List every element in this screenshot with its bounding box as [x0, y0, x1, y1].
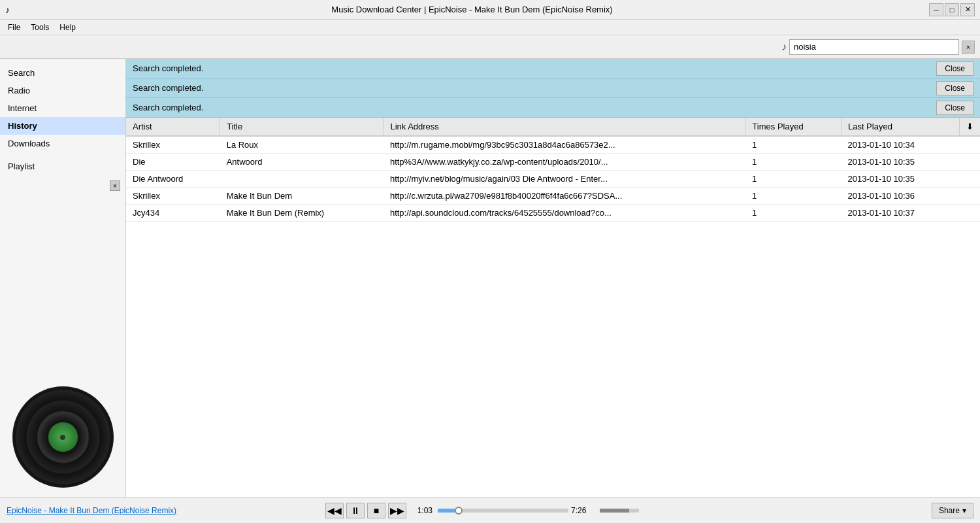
cell-last-played: 2013-01-10 10:36	[841, 188, 959, 205]
progress-container[interactable]	[438, 509, 568, 513]
sidebar-item-search[interactable]: Search	[0, 64, 125, 82]
table-row[interactable]: Die Antwoord http://myiv.net/blog/music/…	[126, 171, 980, 188]
vinyl-container	[0, 380, 125, 494]
table-row[interactable]: Die Antwoord http%3A//www.watkykjy.co.za…	[126, 154, 980, 171]
menu-file[interactable]: File	[3, 22, 25, 33]
share-label: Share	[939, 506, 960, 515]
cell-last-played: 2013-01-10 10:34	[841, 136, 959, 154]
transport-controls: ◀◀ ⏸ ■ ▶▶ 1:03 7:26	[325, 503, 639, 518]
cell-title: Make It Bun Dem (Remix)	[220, 205, 384, 222]
cell-extra	[960, 205, 981, 222]
sidebar: Search Radio Internet History Downloads …	[0, 59, 126, 497]
cell-link: http://m.rugame.mobi/mg/93bc95c3031a8d4a…	[384, 136, 745, 154]
menu-bar: File Tools Help	[0, 20, 980, 35]
share-chevron-icon: ▾	[962, 506, 966, 515]
cell-link: http://api.soundcloud.com/tracks/6452555…	[384, 205, 745, 222]
cell-times-played: 1	[745, 136, 841, 154]
col-extra: ⬇	[960, 118, 981, 136]
col-times-played: Times Played	[745, 118, 841, 136]
status-bar-1: Search completed. Close	[126, 59, 980, 78]
rewind-button[interactable]: ◀◀	[325, 503, 344, 518]
table-row[interactable]: Jcy434 Make It Bun Dem (Remix) http://ap…	[126, 205, 980, 222]
vinyl-disc	[12, 386, 114, 488]
cell-title: Antwoord	[220, 154, 384, 171]
status-text-2: Search completed.	[133, 83, 203, 93]
cell-artist: Die	[126, 154, 220, 171]
cell-times-played: 1	[745, 154, 841, 171]
cell-extra	[960, 154, 981, 171]
volume-fill	[600, 509, 629, 513]
app-icon: ♪	[5, 5, 10, 15]
status-bar-3: Search completed. Close	[126, 98, 980, 118]
col-artist: Artist	[126, 118, 220, 136]
search-bar: ♪ ×	[0, 35, 980, 59]
cell-title	[220, 171, 384, 188]
results-table-container: Artist Title Link Address Times Played L…	[126, 118, 980, 497]
cell-last-played: 2013-01-10 10:35	[841, 154, 959, 171]
cell-times-played: 1	[745, 205, 841, 222]
cell-artist: Jcy434	[126, 205, 220, 222]
progress-thumb[interactable]	[455, 507, 463, 515]
music-note-icon: ♪	[781, 41, 787, 53]
stop-button[interactable]: ■	[367, 503, 385, 518]
cell-artist: Skrillex	[126, 188, 220, 205]
sidebar-item-internet[interactable]: Internet	[0, 99, 125, 117]
menu-help[interactable]: Help	[54, 22, 81, 33]
sidebar-item-radio[interactable]: Radio	[0, 82, 125, 99]
cell-extra	[960, 136, 981, 154]
search-input[interactable]	[789, 39, 959, 55]
forward-button[interactable]: ▶▶	[388, 503, 406, 518]
total-time: 7:26	[571, 506, 592, 515]
cell-extra	[960, 171, 981, 188]
sidebar-item-downloads[interactable]: Downloads	[0, 135, 125, 152]
table-row[interactable]: Skrillex Make It Bun Dem http://c.wrzuta…	[126, 188, 980, 205]
window-controls: ─ □ ✕	[929, 3, 975, 16]
current-time: 1:03	[412, 506, 433, 515]
search-clear-button[interactable]: ×	[962, 41, 975, 54]
status-close-button-1[interactable]: Close	[936, 61, 973, 76]
title-bar: ♪ Music Download Center | EpicNoise - Ma…	[0, 0, 980, 20]
share-button[interactable]: Share ▾	[932, 503, 973, 518]
cell-title: La Roux	[220, 136, 384, 154]
content-area: Search completed. Close Search completed…	[126, 59, 980, 497]
cell-times-played: 1	[745, 171, 841, 188]
status-text-3: Search completed.	[133, 103, 203, 112]
sidebar-bottom: ×	[0, 175, 125, 497]
cell-link: http://myiv.net/blog/music/again/03 Die …	[384, 171, 745, 188]
cell-link: http://c.wrzuta.pl/wa2709/e981f8b40020ff…	[384, 188, 745, 205]
cell-artist: Skrillex	[126, 136, 220, 154]
minimize-button[interactable]: ─	[929, 3, 943, 16]
sidebar-nav: Search Radio Internet History Downloads	[0, 59, 125, 158]
cell-artist: Die Antwoord	[126, 171, 220, 188]
main-layout: Search Radio Internet History Downloads …	[0, 59, 980, 497]
col-link: Link Address	[384, 118, 745, 136]
status-text-1: Search completed.	[133, 63, 203, 73]
results-table: Artist Title Link Address Times Played L…	[126, 118, 980, 222]
now-playing-link[interactable]: EpicNoise - Make It Bun Dem (EpicNoise R…	[7, 506, 176, 515]
cell-title: Make It Bun Dem	[220, 188, 384, 205]
maximize-button[interactable]: □	[945, 3, 959, 16]
status-close-button-3[interactable]: Close	[936, 101, 973, 115]
window-title: Music Download Center | EpicNoise - Make…	[15, 5, 929, 14]
status-close-button-2[interactable]: Close	[936, 81, 973, 95]
close-window-button[interactable]: ✕	[960, 3, 975, 16]
col-title: Title	[220, 118, 384, 136]
sidebar-playlist-label: Playlist	[0, 158, 125, 175]
cell-last-played: 2013-01-10 10:35	[841, 171, 959, 188]
vinyl-center-dot	[60, 435, 65, 440]
cell-extra	[960, 188, 981, 205]
table-header-row: Artist Title Link Address Times Played L…	[126, 118, 980, 136]
progress-fill	[438, 509, 455, 513]
play-pause-button[interactable]: ⏸	[346, 503, 365, 518]
progress-bar[interactable]	[438, 509, 568, 513]
bottom-bar: EpicNoise - Make It Bun Dem (EpicNoise R…	[0, 497, 980, 523]
volume-bar[interactable]	[600, 509, 639, 513]
cell-last-played: 2013-01-10 10:37	[841, 205, 959, 222]
table-row[interactable]: Skrillex La Roux http://m.rugame.mobi/mg…	[126, 136, 980, 154]
menu-tools[interactable]: Tools	[25, 22, 54, 33]
status-bar-2: Search completed. Close	[126, 78, 980, 98]
sidebar-item-history[interactable]: History	[0, 117, 125, 135]
cell-link: http%3A//www.watkykjy.co.za/wp-content/u…	[384, 154, 745, 171]
vinyl-close-button[interactable]: ×	[110, 180, 120, 191]
vinyl-center	[48, 422, 78, 452]
